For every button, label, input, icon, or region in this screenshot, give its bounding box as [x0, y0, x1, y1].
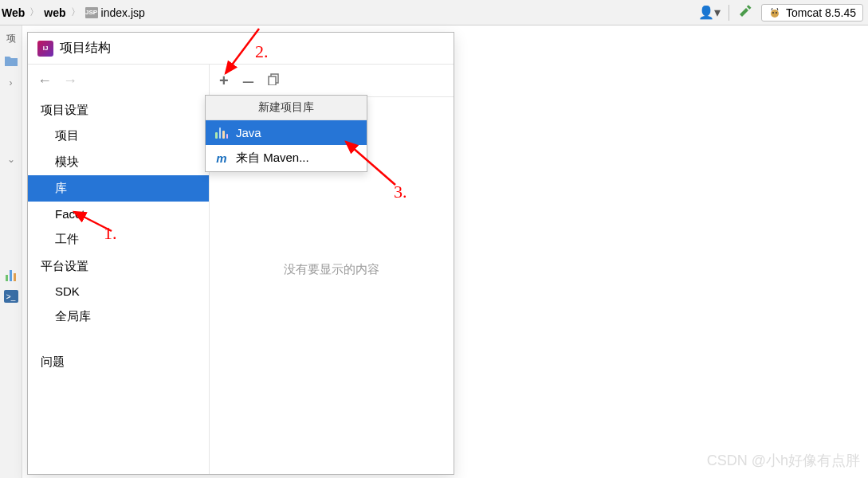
dialog-title-bar: 项目结构: [28, 33, 454, 65]
breadcrumb[interactable]: Web 〉 web 〉 JSP index.jsp: [0, 6, 145, 19]
folder-icon[interactable]: [3, 53, 19, 69]
empty-state-text: 没有要显示的内容: [284, 262, 379, 277]
sidebar-item-facets[interactable]: Facet: [28, 202, 209, 226]
back-arrow-icon[interactable]: ←: [37, 72, 52, 89]
dialog-title: 项目结构: [60, 40, 111, 57]
sidebar-item-modules[interactable]: 模块: [28, 149, 209, 175]
java-library-icon: [215, 127, 228, 139]
chevron-right-icon[interactable]: ›: [3, 75, 19, 91]
new-library-popup: 新建项目库 Java m 来自 Maven...: [205, 95, 367, 172]
svg-rect-5: [269, 76, 276, 85]
maven-icon: m: [215, 152, 228, 165]
chevron-right-icon: 〉: [71, 6, 81, 19]
sidebar-item-problems[interactable]: 问题: [28, 349, 209, 375]
add-button[interactable]: +: [219, 72, 229, 90]
sidebar-item-libraries[interactable]: 库: [28, 175, 209, 202]
breadcrumb-item-web-folder[interactable]: web: [44, 6, 65, 19]
run-config-tomcat[interactable]: Tomcat 8.5.45: [761, 4, 863, 22]
dialog-sidebar: ← → 项目设置 项目 模块 库 Facet 工件 平台设置 SDK 全局库 问…: [28, 65, 210, 474]
sidebar-item-project[interactable]: 项目: [28, 123, 209, 149]
left-tool-strip: 项 › ⌄ >_: [0, 25, 22, 478]
copy-button[interactable]: [268, 72, 281, 89]
popup-item-java-label: Java: [236, 126, 261, 139]
remove-button[interactable]: –: [243, 71, 253, 90]
tomcat-icon: [768, 6, 781, 19]
divider: [729, 5, 729, 21]
section-project-settings: 项目设置: [28, 96, 209, 123]
project-structure-dialog: 项目结构 ← → 项目设置 项目 模块 库 Facet 工件 平台设置 SDK …: [27, 32, 454, 475]
svg-point-3: [776, 12, 777, 14]
svg-point-2: [772, 12, 774, 14]
chevron-right-icon: 〉: [29, 6, 39, 19]
sidebar-item-artifacts[interactable]: 工件: [28, 226, 209, 253]
popup-item-maven-label: 来自 Maven...: [236, 151, 309, 166]
breadcrumb-item-web-project[interactable]: Web: [2, 6, 25, 19]
breadcrumb-item-file[interactable]: JSP index.jsp: [85, 6, 145, 19]
breadcrumb-file-label: index.jsp: [101, 6, 145, 19]
sidebar-item-global-libs[interactable]: 全局库: [28, 304, 209, 330]
chevron-down-icon[interactable]: ⌄: [3, 151, 19, 167]
nav-arrows: ← →: [28, 65, 209, 96]
section-platform-settings: 平台设置: [28, 253, 209, 279]
structure-icon[interactable]: [3, 268, 19, 284]
project-tool-label[interactable]: 项: [3, 30, 19, 46]
top-right-tools: 👤▾ Tomcat 8.5.45: [698, 3, 863, 22]
watermark: CSDN @小h好像有点胖: [707, 451, 860, 470]
popup-header: 新建项目库: [206, 96, 367, 120]
svg-rect-0: [747, 5, 752, 10]
hammer-build-icon[interactable]: [737, 3, 753, 22]
svg-point-1: [771, 10, 779, 18]
breadcrumb-bar: Web 〉 web 〉 JSP index.jsp 👤▾ Tomcat 8.5.…: [0, 0, 868, 25]
sidebar-item-sdk[interactable]: SDK: [28, 279, 209, 304]
intellij-icon: [37, 41, 53, 57]
terminal-icon[interactable]: >_: [4, 290, 18, 303]
user-icon[interactable]: 👤▾: [698, 5, 721, 20]
popup-item-maven[interactable]: m 来自 Maven...: [206, 145, 367, 171]
popup-item-java[interactable]: Java: [206, 120, 367, 145]
forward-arrow-icon[interactable]: →: [63, 72, 77, 89]
run-config-label: Tomcat 8.5.45: [786, 6, 856, 19]
dialog-main-panel: + – 没有要显示的内容 新建项目库 Java m: [210, 65, 454, 474]
jsp-file-icon: JSP: [85, 7, 98, 18]
library-toolbar: + –: [210, 65, 454, 96]
